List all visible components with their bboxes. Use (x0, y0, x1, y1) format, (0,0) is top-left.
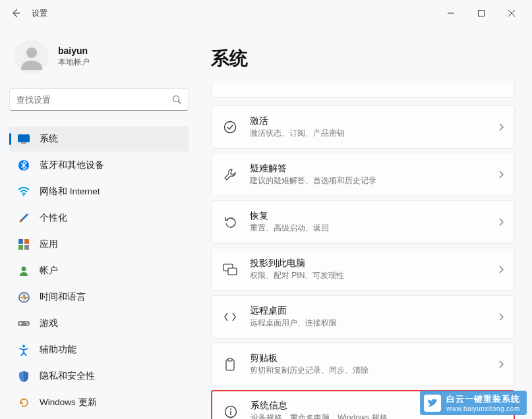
search-input[interactable] (16, 95, 172, 105)
svg-rect-26 (228, 358, 232, 361)
nav-time-language[interactable]: 时间和语言 (9, 285, 189, 310)
card-remote-desktop[interactable]: 远程桌面远程桌面用户、连接权限 (211, 295, 515, 339)
apps-icon (17, 238, 30, 251)
nav-label: 系统 (40, 133, 58, 145)
brush-icon (17, 211, 30, 225)
update-icon (17, 396, 30, 409)
wifi-icon (17, 185, 30, 198)
card-recovery[interactable]: 恢复重置、高级启动、返回 (211, 200, 515, 244)
person-icon (17, 264, 30, 277)
card-project[interactable]: 投影到此电脑权限、配对 PIN、可发现性 (211, 248, 515, 291)
page-title: 系统 (211, 46, 515, 71)
svg-point-20 (27, 323, 28, 325)
watermark: 白云一键重装系统 www.baiyunxitong.com (420, 391, 527, 415)
watermark-title: 白云一键重装系统 (446, 393, 520, 405)
system-icon (17, 132, 30, 146)
avatar (15, 40, 49, 74)
nav-network[interactable]: 网络和 Internet (9, 179, 189, 204)
svg-rect-7 (18, 135, 30, 142)
svg-point-4 (26, 47, 37, 58)
card-troubleshoot[interactable]: 疑难解答建议的疑难解答、首选项和历史记录 (211, 153, 515, 196)
clipboard-icon (221, 355, 239, 374)
card-sub: 重置、高级启动、返回 (250, 223, 498, 234)
card-title: 远程桌面 (250, 305, 498, 317)
svg-rect-24 (228, 268, 237, 275)
wrench-icon (221, 165, 239, 184)
nav-system[interactable]: 系统 (9, 126, 189, 152)
nav-label: Windows 更新 (40, 397, 97, 408)
nav-accessibility[interactable]: 辅助功能 (9, 337, 189, 362)
card-title: 疑难解答 (250, 163, 498, 175)
search-input-container[interactable] (9, 88, 189, 111)
nav-label: 隐私和安全性 (40, 370, 95, 382)
svg-rect-14 (18, 245, 23, 250)
svg-rect-12 (18, 239, 23, 244)
close-button[interactable] (496, 3, 527, 24)
svg-point-22 (225, 122, 236, 133)
chevron-right-icon (498, 265, 504, 273)
svg-rect-13 (24, 239, 29, 244)
nav-gaming[interactable]: 游戏 (9, 311, 189, 336)
card-clipboard[interactable]: 剪贴板剪切和复制历史记录、同步、清除 (211, 343, 515, 386)
nav-list: 系统 蓝牙和其他设备 网络和 Internet 个性化 应用 (9, 126, 189, 415)
gamepad-icon (17, 317, 30, 330)
nav-privacy[interactable]: 隐私和安全性 (9, 364, 189, 389)
nav-label: 时间和语言 (40, 291, 86, 303)
svg-line-6 (179, 101, 181, 104)
recovery-icon (221, 213, 239, 231)
card-title: 激活 (250, 115, 498, 127)
svg-point-19 (26, 322, 27, 323)
nav-label: 游戏 (40, 318, 58, 329)
nav-label: 辅助功能 (40, 344, 76, 356)
card-activation[interactable]: 激活激活状态、订阅、产品密钥 (211, 105, 515, 149)
card-title: 投影到此电脑 (250, 258, 498, 269)
chevron-right-icon (498, 313, 504, 321)
nav-label: 个性化 (40, 212, 67, 224)
shield-icon (17, 370, 30, 383)
nav-label: 网络和 Internet (40, 186, 100, 198)
card-sub: 建议的疑难解答、首选项和历史记录 (250, 175, 498, 186)
chevron-right-icon (498, 171, 504, 179)
nav-bluetooth[interactable]: 蓝牙和其他设备 (9, 153, 189, 178)
svg-point-5 (173, 96, 179, 102)
card-title: 剪贴板 (250, 352, 498, 364)
back-button[interactable] (5, 3, 26, 24)
nav-label: 帐户 (40, 265, 58, 277)
svg-point-11 (20, 220, 22, 223)
profile-name: baiyun (58, 45, 90, 56)
svg-point-28 (230, 408, 231, 410)
profile[interactable]: baiyun 本地帐户 (9, 34, 189, 86)
nav-personalization[interactable]: 个性化 (9, 206, 189, 231)
nav-accounts[interactable]: 帐户 (9, 258, 189, 283)
chevron-right-icon (498, 218, 504, 226)
info-icon (222, 403, 240, 419)
bluetooth-icon (17, 159, 30, 172)
clock-globe-icon (17, 291, 30, 304)
svg-point-21 (22, 345, 25, 347)
window-title: 设置 (32, 8, 47, 19)
nav-windows-update[interactable]: Windows 更新 (9, 390, 189, 415)
nav-label: 蓝牙和其他设备 (40, 159, 104, 171)
chevron-right-icon (498, 360, 504, 368)
minimize-button[interactable] (436, 3, 466, 24)
svg-rect-1 (479, 11, 485, 16)
nav-apps[interactable]: 应用 (9, 232, 189, 257)
accessibility-icon (17, 343, 30, 356)
svg-point-10 (23, 194, 24, 196)
card-sub: 权限、配对 PIN、可发现性 (250, 270, 498, 281)
search-icon (172, 95, 181, 104)
profile-sub: 本地帐户 (58, 57, 90, 68)
maximize-button[interactable] (466, 3, 496, 24)
check-circle-icon (221, 118, 239, 136)
card-sub: 激活状态、订阅、产品密钥 (250, 128, 498, 139)
svg-rect-15 (24, 245, 29, 250)
card-partial-top[interactable] (211, 83, 515, 98)
card-sub: 剪切和复制历史记录、同步、清除 (250, 365, 498, 376)
card-title: 恢复 (250, 210, 498, 222)
project-icon (221, 260, 239, 279)
svg-point-16 (22, 267, 26, 271)
nav-label: 应用 (40, 238, 58, 250)
chevron-right-icon (498, 123, 504, 131)
watermark-url: www.baiyunxitong.com (446, 405, 520, 412)
card-sub: 远程桌面用户、连接权限 (250, 318, 498, 329)
